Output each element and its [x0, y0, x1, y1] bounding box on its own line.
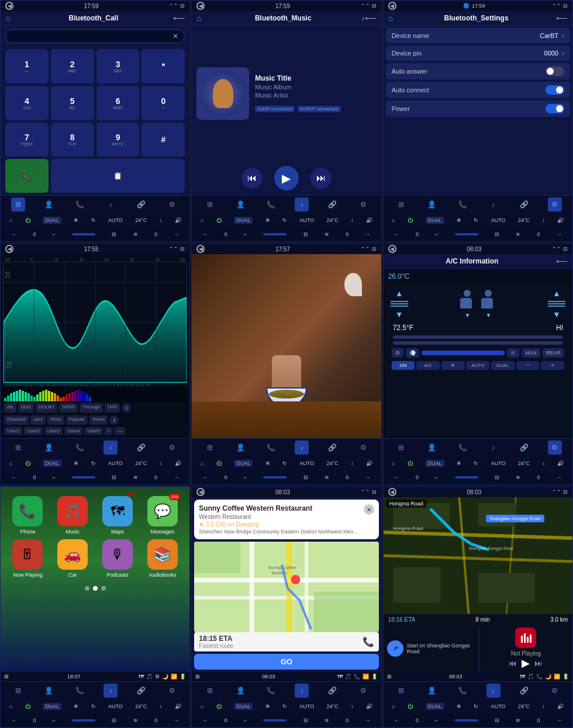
temp-slider-7[interactable]: [72, 719, 95, 722]
nav-phone-icon-3[interactable]: 📞: [455, 197, 470, 212]
nav-phone-icon-5[interactable]: 📞: [264, 441, 278, 455]
eq-add-btn[interactable]: +: [105, 427, 113, 435]
floor-icon-9[interactable]: ⌐: [435, 717, 438, 723]
nav-person-icon-4[interactable]: 👤: [42, 441, 56, 455]
back-btn-9[interactable]: ◀: [388, 488, 396, 496]
rewind-btn[interactable]: ⏮: [509, 658, 517, 668]
nav-phone-icon-9[interactable]: 📞: [455, 684, 470, 698]
nav-grid-icon-1[interactable]: ⊞: [11, 197, 25, 212]
power-toggle[interactable]: [546, 104, 564, 113]
dial-1[interactable]: 1—: [5, 49, 49, 84]
temp-slider-9[interactable]: [455, 719, 478, 722]
vol-icon-15[interactable]: ↕: [351, 703, 354, 709]
defrost-icon-9[interactable]: ≋: [516, 717, 520, 723]
eq-user5-btn[interactable]: User5: [84, 427, 102, 435]
nav-gear-icon-9[interactable]: ⚙: [548, 684, 562, 698]
temp-slider-8[interactable]: [263, 719, 286, 722]
arrow-left-4[interactable]: ←: [11, 474, 16, 480]
nav-person-icon-6[interactable]: 👤: [424, 441, 439, 455]
nav-person-icon-1[interactable]: 👤: [42, 197, 56, 212]
video-panel[interactable]: [192, 254, 381, 438]
power-small-4[interactable]: ⏻: [25, 460, 30, 466]
fan-icon-3[interactable]: ❄: [457, 217, 461, 223]
vol-icon-13[interactable]: ↕: [160, 703, 163, 709]
up-arrow-icon[interactable]: ▲: [395, 289, 403, 298]
power-small-2[interactable]: ⏻: [216, 217, 222, 223]
nav-person-icon-2[interactable]: 👤: [233, 197, 247, 212]
vol-icon-16[interactable]: 🔊: [366, 703, 372, 709]
defrost-icon-6[interactable]: ≋: [516, 474, 520, 480]
dial-hash[interactable]: #: [141, 123, 185, 157]
ac-defrost-btn[interactable]: 〰: [516, 361, 540, 370]
home-small-9[interactable]: ⌂: [392, 703, 395, 709]
vol-icon-18[interactable]: 🔊: [557, 703, 564, 709]
up-arrow-icon-right[interactable]: ▲: [553, 289, 561, 298]
nav-link-icon-4[interactable]: 🔗: [134, 441, 148, 455]
close-icon-3[interactable]: ⟵: [556, 13, 568, 23]
floor-icon-2[interactable]: ⌐: [244, 231, 247, 237]
app-maps[interactable]: 🗺 Maps: [98, 496, 138, 535]
app-nowplaying[interactable]: 🎚 Now Playing: [8, 539, 48, 578]
down-arrow-icon-left[interactable]: ▼: [395, 310, 403, 319]
recir-icon-8[interactable]: ↻: [282, 703, 287, 709]
vol-icon-12[interactable]: 🔊: [557, 460, 564, 466]
recir-icon-3[interactable]: ↻: [474, 217, 478, 223]
nav-gear-icon-3[interactable]: ⚙: [548, 197, 562, 212]
eq-user3-btn[interactable]: User3: [44, 427, 63, 435]
go-button[interactable]: GO: [194, 654, 378, 670]
arrow-right-8[interactable]: →: [365, 717, 371, 723]
vol-icon-7[interactable]: ↕: [160, 460, 163, 466]
dial-3[interactable]: 3DEF: [96, 49, 140, 84]
vent-icon-6[interactable]: ⊟: [495, 474, 499, 480]
nav-link-icon-5[interactable]: 🔗: [326, 441, 340, 455]
temp-slider-4[interactable]: [72, 476, 95, 479]
arrow-right-7[interactable]: →: [174, 717, 179, 723]
ac-slider-2[interactable]: [393, 341, 563, 345]
dial-2[interactable]: 2ABC: [51, 49, 94, 84]
floor-icon-8[interactable]: ⌐: [244, 717, 247, 723]
dial-5[interactable]: 5JKL: [51, 86, 94, 120]
home-small-1[interactable]: ⌂: [9, 217, 12, 223]
ac-cool-btn[interactable]: ❄: [441, 361, 465, 370]
eq-info-btn2[interactable]: ℹ: [109, 415, 119, 425]
nav-music-icon-1[interactable]: ♪: [103, 197, 118, 212]
close-icon-2[interactable]: ⟵: [365, 13, 377, 23]
nav-arrow-icon[interactable]: ↗: [387, 640, 403, 657]
fan-icon-6[interactable]: ❄: [457, 460, 461, 466]
back-btn-6[interactable]: ◀: [388, 245, 396, 253]
nav-music-icon-8[interactable]: ♪: [295, 684, 309, 698]
vent-icon-3[interactable]: ⊟: [495, 231, 499, 237]
vol-icon-3[interactable]: ↕: [351, 217, 354, 223]
nav-grid-icon-7[interactable]: ⊞: [11, 684, 25, 698]
home-small-6[interactable]: ⌂: [392, 460, 395, 466]
call-button[interactable]: 📞: [5, 159, 49, 193]
fan-icon-5[interactable]: ❄: [265, 460, 270, 466]
eq-classical-btn[interactable]: Classical: [4, 415, 29, 425]
nav-gear-icon-5[interactable]: ⚙: [356, 441, 370, 455]
eq-reset-btn[interactable]: Reset: [89, 415, 108, 425]
vent-icon-9[interactable]: ⊟: [495, 717, 499, 723]
eq-through-btn[interactable]: Through: [80, 403, 103, 412]
home-small-5[interactable]: ⌂: [201, 460, 203, 466]
nav-map-area[interactable]: Sunny Coffee Western: [194, 542, 378, 632]
back-btn-3[interactable]: ◀: [388, 2, 396, 10]
ac-auto-btn[interactable]: AUTO: [467, 361, 490, 370]
nav-person-icon-5[interactable]: 👤: [233, 441, 247, 455]
eq-ddd-btn[interactable]: DDD: [18, 403, 34, 412]
vol-icon-2[interactable]: 🔊: [175, 217, 181, 223]
vent-icon-4[interactable]: ⊟: [112, 474, 116, 480]
prev-button[interactable]: ⏮: [241, 168, 263, 189]
nav-person-icon-8[interactable]: 👤: [233, 684, 247, 698]
arrow-right-3[interactable]: →: [557, 231, 562, 237]
nav-grid-icon[interactable]: ⊞: [195, 674, 200, 680]
ac-fan-slider[interactable]: [422, 351, 505, 355]
back-btn-8[interactable]: ◀: [196, 488, 205, 496]
vent-icon-8[interactable]: ⊟: [303, 717, 308, 723]
ac-fan-icon2[interactable]: ⛭: [507, 348, 519, 358]
floor-icon-3[interactable]: ⌐: [435, 231, 438, 237]
carplay-grid-icon[interactable]: ⊞: [4, 674, 9, 680]
nav-grid-icon-2[interactable]: ⊞: [203, 197, 217, 212]
contacts-button[interactable]: 📋: [51, 159, 185, 193]
power-small-9[interactable]: ⏻: [408, 703, 413, 709]
nav-music-icon-7[interactable]: ♪: [103, 684, 118, 698]
